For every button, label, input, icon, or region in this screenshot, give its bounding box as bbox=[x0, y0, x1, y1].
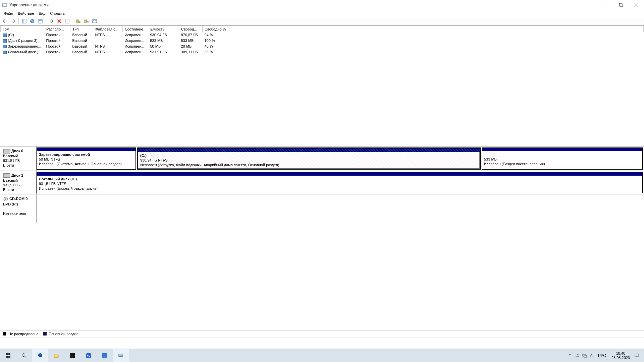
help-button[interactable]: ? bbox=[29, 17, 36, 25]
partition-header bbox=[37, 172, 642, 176]
svg-point-19 bbox=[78, 21, 80, 23]
disk-info-0: Диск 0 Базовый 931,51 ГБ В сети bbox=[0, 146, 37, 171]
disk-icon bbox=[3, 173, 10, 178]
menu-bar: Файл Действие Вид Справка bbox=[0, 10, 644, 17]
taskbar-explorer[interactable] bbox=[48, 349, 64, 362]
taskbar-edge[interactable] bbox=[32, 349, 48, 362]
status-gap bbox=[0, 337, 644, 349]
maximize-button[interactable] bbox=[613, 0, 629, 10]
title-bar: Управление дисками bbox=[0, 0, 644, 10]
legend-unallocated-swatch bbox=[3, 332, 6, 336]
svg-line-32 bbox=[25, 356, 26, 357]
svg-rect-1 bbox=[3, 4, 6, 6]
disk-row-0[interactable]: Диск 0 Базовый 931,51 ГБ В сети Зарезерв… bbox=[0, 146, 644, 171]
volume-list[interactable]: Том Располо... Тип Файловая с... Состоян… bbox=[0, 26, 644, 146]
col-rest bbox=[229, 26, 644, 32]
svg-text:L: L bbox=[104, 354, 106, 357]
svg-rect-24 bbox=[95, 20, 96, 21]
volume-icon bbox=[3, 51, 7, 54]
window-title: Управление дисками bbox=[9, 3, 598, 7]
svg-rect-20 bbox=[85, 20, 87, 22]
taskbar-app1[interactable]: ⋮⋮ bbox=[64, 349, 80, 362]
disk-icon bbox=[3, 149, 10, 154]
disk-info-cdrom: CD-ROM 0 DVD (R:) Нет носителя bbox=[0, 194, 37, 223]
taskbar-app3[interactable]: L bbox=[97, 349, 113, 362]
legend-unallocated-label: Не распределена bbox=[8, 332, 39, 336]
settings3-button[interactable] bbox=[91, 17, 98, 25]
tray-onedrive-icon[interactable] bbox=[574, 349, 581, 362]
col-free[interactable]: Свобод... bbox=[179, 26, 203, 32]
menu-file[interactable]: Файл bbox=[2, 11, 15, 16]
show-desktop-button[interactable] bbox=[641, 349, 643, 362]
tray-clock[interactable]: 10:40 28.08.2023 bbox=[609, 351, 633, 360]
column-header-row[interactable]: Том Располо... Тип Файловая с... Состоян… bbox=[1, 26, 644, 32]
svg-rect-28 bbox=[8, 353, 10, 355]
volume-icon bbox=[3, 45, 7, 48]
svg-rect-22 bbox=[93, 19, 97, 23]
back-button[interactable] bbox=[1, 17, 9, 25]
forward-button[interactable] bbox=[9, 17, 17, 25]
svg-rect-30 bbox=[8, 356, 10, 358]
partition-header bbox=[482, 148, 642, 151]
svg-rect-23 bbox=[93, 20, 94, 21]
col-freepct[interactable]: Свободно % bbox=[203, 26, 229, 32]
svg-text:xo: xo bbox=[87, 353, 90, 357]
tray-network-icon[interactable] bbox=[581, 349, 588, 362]
col-fs[interactable]: Файловая с... bbox=[93, 26, 123, 32]
partition-header bbox=[138, 148, 480, 152]
svg-rect-18 bbox=[76, 20, 78, 22]
partition-disk0-c[interactable]: (C:) 930,94 ГБ NTFS Исправен (Загрузка, … bbox=[137, 147, 481, 170]
tray-chevron-icon[interactable]: ˄ bbox=[567, 349, 573, 362]
partition-disk0-recovery[interactable]: 533 МБ Исправен (Раздел восстановления) bbox=[482, 147, 643, 170]
show-top-button[interactable] bbox=[37, 17, 44, 25]
settings1-button[interactable] bbox=[75, 17, 82, 25]
settings2-button[interactable] bbox=[83, 17, 90, 25]
svg-rect-27 bbox=[6, 353, 8, 355]
svg-text:?: ? bbox=[31, 19, 34, 23]
properties-button[interactable] bbox=[64, 17, 71, 25]
delete-button[interactable] bbox=[56, 17, 63, 25]
svg-rect-8 bbox=[22, 19, 23, 23]
tray-language[interactable]: РУС bbox=[596, 349, 608, 362]
volume-row[interactable]: Локальный диск (...ПростойБазовыйNTFSИсп… bbox=[1, 49, 644, 55]
svg-rect-40 bbox=[119, 354, 123, 356]
disk-row-1[interactable]: Диск 1 Базовый 931,51 ГБ В сети Локальны… bbox=[0, 171, 644, 194]
content-area: Том Располо... Тип Файловая с... Состоян… bbox=[0, 25, 644, 337]
col-status[interactable]: Состояние bbox=[123, 26, 148, 32]
partition-disk1-d[interactable]: Локальный диск (D:) 931,51 ГБ NTFS Испра… bbox=[37, 172, 643, 193]
volume-row[interactable]: Зарезервировано...ПростойБазовыйNTFSИспр… bbox=[1, 44, 644, 49]
svg-point-26 bbox=[5, 199, 6, 200]
svg-rect-12 bbox=[38, 19, 42, 21]
svg-rect-21 bbox=[87, 21, 89, 22]
svg-text:⋮⋮: ⋮⋮ bbox=[70, 354, 75, 357]
svg-rect-42 bbox=[584, 355, 587, 357]
refresh-button[interactable] bbox=[48, 17, 55, 25]
col-type[interactable]: Тип bbox=[70, 26, 93, 32]
search-button[interactable] bbox=[16, 349, 32, 362]
menu-help[interactable]: Справка bbox=[48, 11, 66, 16]
app-icon bbox=[2, 2, 7, 8]
col-capacity[interactable]: Емкость bbox=[148, 26, 179, 32]
close-button[interactable] bbox=[629, 0, 644, 10]
tray-notifications-icon[interactable] bbox=[633, 349, 640, 362]
menu-action[interactable]: Действие bbox=[16, 11, 36, 16]
taskbar-app2[interactable]: xo bbox=[80, 349, 97, 362]
legend-primary-label: Основной раздел bbox=[49, 332, 78, 336]
taskbar-diskmgmt[interactable] bbox=[113, 349, 129, 362]
menu-view[interactable]: Вид bbox=[37, 11, 47, 16]
minimize-button[interactable] bbox=[598, 0, 613, 10]
disk-row-cdrom[interactable]: CD-ROM 0 DVD (R:) Нет носителя bbox=[0, 194, 644, 223]
disk-info-1: Диск 1 Базовый 931,51 ГБ В сети bbox=[0, 171, 37, 194]
col-volume[interactable]: Том bbox=[1, 26, 44, 32]
legend-primary-swatch bbox=[43, 332, 47, 336]
volume-row[interactable]: (C:)ПростойБазовыйNTFSИсправен...930,94 … bbox=[1, 32, 644, 38]
volume-row[interactable]: (Диск 0 раздел 3)ПростойБазовыйИсправен.… bbox=[1, 38, 644, 44]
show-hide-tree-button[interactable] bbox=[20, 17, 28, 25]
toolbar: ? bbox=[0, 17, 644, 25]
disk-graphical-panel[interactable]: Диск 0 Базовый 931,51 ГБ В сети Зарезерв… bbox=[0, 146, 644, 330]
start-button[interactable] bbox=[0, 349, 16, 362]
partition-disk0-reserved[interactable]: Зарезервировано системой 50 МБ NTFS Испр… bbox=[37, 147, 136, 170]
taskbar: ⋮⋮ xo L ˄ РУС 10:40 28.08.2023 bbox=[0, 349, 644, 362]
tray-volume-icon[interactable] bbox=[589, 349, 595, 362]
col-layout[interactable]: Располо... bbox=[44, 26, 70, 32]
